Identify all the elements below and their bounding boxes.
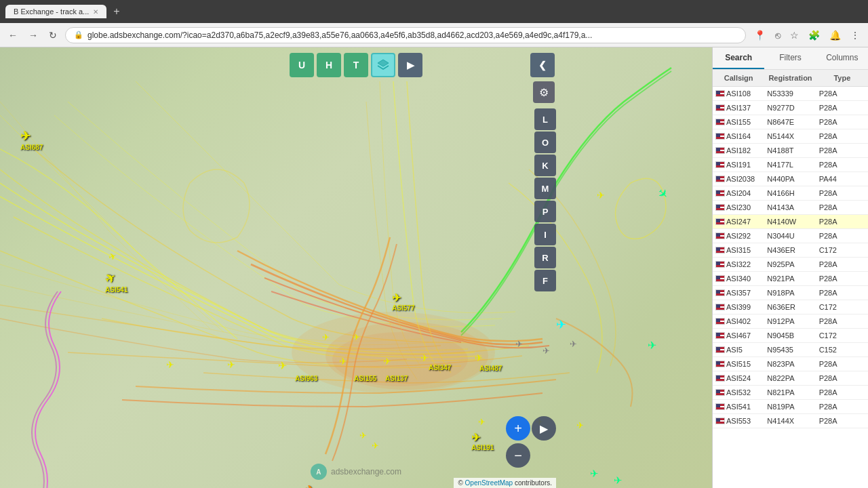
cell-registration: N4188T <box>764 146 816 155</box>
aircraft-asi687: ✈ ASI687 <box>20 129 43 151</box>
aircraft-list[interactable]: ASI108 N53339 P28A ASI137 N9277D P28A AS… <box>713 87 868 488</box>
back-button[interactable]: ← <box>5 27 20 43</box>
table-row[interactable]: ASI108 N53339 P28A <box>713 87 868 101</box>
map-toolbar: U H T ▶ <box>290 53 422 77</box>
flag-icon <box>715 176 725 182</box>
table-row[interactable]: ASI137 N9277D P28A <box>713 101 868 115</box>
tab-filters[interactable]: Filters <box>764 47 816 69</box>
table-row[interactable]: ASI532 N821PA P28A <box>713 386 868 400</box>
aircraft-green-1: ✈ <box>658 186 668 201</box>
map-area[interactable]: ✈ ASI687 ✈ ASI541 ✈ ASI577 ✈ ASI963 ✈ AS… <box>0 47 712 488</box>
tab-search[interactable]: Search <box>713 47 764 69</box>
cell-type: C152 <box>816 345 868 354</box>
active-tab[interactable]: B Exchange - track a... ✕ <box>5 5 106 18</box>
table-row[interactable]: ASI553 N4144X P28A <box>713 414 868 428</box>
flag-icon <box>715 190 725 197</box>
address-bar[interactable]: 🔒 globe.adsbexchange.com/?icao=a2d370,a6… <box>65 27 746 43</box>
openstreetmap-link[interactable]: OpenStreetMap <box>465 479 513 487</box>
table-row[interactable]: ASI467 N9045B C172 <box>713 329 868 343</box>
cell-registration: N8647E <box>764 117 816 127</box>
table-row[interactable]: ASI399 N636ER C172 <box>713 300 868 314</box>
cell-callsign: ASI292 <box>713 231 764 241</box>
cell-type: P28A <box>816 103 868 113</box>
side-btn-l[interactable]: L <box>534 108 556 130</box>
aircraft-cluster-3: ✈ <box>383 356 391 367</box>
settings-button[interactable]: ⚙ <box>533 81 555 103</box>
zoom-controls: + ▶ − <box>506 416 556 468</box>
forward-button[interactable]: → <box>26 27 41 43</box>
cell-registration: N823PA <box>764 359 816 369</box>
extensions-button[interactable]: 🧩 <box>806 27 823 43</box>
zoom-out-button[interactable]: − <box>506 443 530 468</box>
side-btn-i[interactable]: I <box>534 224 556 245</box>
table-row[interactable]: ASI322 N925PA P28A <box>713 258 868 272</box>
location-button[interactable]: 📍 <box>751 27 768 43</box>
reload-button[interactable]: ↻ <box>46 27 60 43</box>
cell-registration: N4166H <box>764 188 816 198</box>
alerts-button[interactable]: 🔔 <box>827 27 844 43</box>
btn-layers[interactable] <box>371 53 395 77</box>
col-header-registration: Registration <box>764 73 816 83</box>
cell-registration: N925PA <box>764 260 816 269</box>
cell-registration: N822PA <box>764 373 816 383</box>
table-row[interactable]: ASI524 N822PA P28A <box>713 371 868 386</box>
aircraft-scatter-10: ✈ <box>590 468 599 480</box>
table-row[interactable]: ASI515 N823PA P28A <box>713 357 868 371</box>
side-btn-o[interactable]: O <box>534 131 556 153</box>
aircraft-cluster-label-155: ASI155 <box>354 375 376 382</box>
zoom-in-button[interactable]: + <box>506 416 530 441</box>
side-btn-k[interactable]: K <box>534 155 556 176</box>
flag-icon <box>715 375 725 382</box>
tab-bar: B Exchange - track a... ✕ + <box>5 4 863 19</box>
cell-type: P28A <box>816 188 868 198</box>
flag-icon <box>715 332 725 339</box>
table-row[interactable]: ASI191 N4177L P28A <box>713 158 868 172</box>
table-row[interactable]: ASI340 N921PA P28A <box>713 272 868 286</box>
aircraft-cluster-label-487: ASI487 <box>479 365 502 372</box>
aircraft-asi541: ✈ ASI541 <box>105 271 127 293</box>
flag-icon <box>715 261 725 268</box>
cell-type: P28A <box>816 131 868 141</box>
url-text: globe.adsbexchange.com/?icao=a2d370,a6ba… <box>87 30 737 40</box>
table-row[interactable]: ASI155 N8647E P28A <box>713 115 868 129</box>
btn-h[interactable]: H <box>317 53 341 77</box>
replay-button[interactable]: ▶ <box>532 416 556 441</box>
table-row[interactable]: ASI292 N3044U P28A <box>713 229 868 243</box>
table-row[interactable]: ASI247 N4140W P28A <box>713 215 868 229</box>
btn-u[interactable]: U <box>290 53 314 77</box>
flag-icon <box>715 304 725 310</box>
aircraft-scatter-7: ✈ <box>542 346 550 356</box>
new-tab-button[interactable]: + <box>109 4 123 19</box>
table-row[interactable]: ASI541 N819PA P28A <box>713 400 868 414</box>
tab-columns[interactable]: Columns <box>816 47 868 69</box>
aircraft-scatter-3: ✈ <box>166 359 174 370</box>
menu-button[interactable]: ⋮ <box>848 27 863 43</box>
cell-callsign: ASI467 <box>713 331 764 340</box>
col-header-type: Type <box>816 73 868 83</box>
cell-registration: N921PA <box>764 274 816 283</box>
table-row[interactable]: ASI204 N4166H P28A <box>713 186 868 201</box>
table-row[interactable]: ASI230 N4143A P28A <box>713 201 868 215</box>
btn-arrow-right[interactable]: ▶ <box>398 53 422 77</box>
share-button[interactable]: ⎋ <box>772 27 783 43</box>
side-btn-m[interactable]: M <box>534 178 556 199</box>
cell-registration: N95435 <box>764 345 816 354</box>
table-row[interactable]: ASI164 N5144X P28A <box>713 129 868 144</box>
cell-type: P28A <box>816 260 868 269</box>
table-row[interactable]: ASI2038 N440PA PA44 <box>713 172 868 186</box>
aircraft-scatter-6: ✈ <box>515 339 523 349</box>
bookmark-button[interactable]: ☆ <box>787 27 802 43</box>
close-tab-button[interactable]: ✕ <box>93 8 98 16</box>
side-btn-p[interactable]: P <box>534 201 556 222</box>
btn-back[interactable]: ❮ <box>530 53 555 77</box>
table-row[interactable]: ASI182 N4188T P28A <box>713 144 868 158</box>
side-btn-r[interactable]: R <box>534 247 556 268</box>
btn-t[interactable]: T <box>344 53 368 77</box>
cell-registration: N819PA <box>764 402 816 411</box>
table-row[interactable]: ASI5 N95435 C152 <box>713 343 868 357</box>
table-row[interactable]: ASI315 N436ER C172 <box>713 243 868 258</box>
side-buttons-panel: L O K M P I R F <box>534 108 556 291</box>
table-row[interactable]: ASI357 N918PA P28A <box>713 286 868 300</box>
table-row[interactable]: ASI402 N912PA P28A <box>713 314 868 329</box>
side-btn-f[interactable]: F <box>534 270 556 291</box>
